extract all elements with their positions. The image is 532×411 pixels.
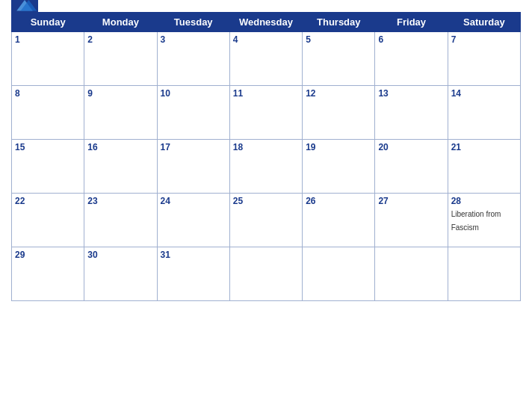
calendar-cell: 4 — [229, 32, 302, 86]
day-number: 8 — [15, 88, 81, 99]
event-label: Liberation from Fascism — [451, 210, 501, 232]
calendar-cell: 1 — [12, 32, 84, 86]
day-number: 23 — [87, 196, 153, 206]
calendar-table: SundayMondayTuesdayWednesdayThursdayFrid… — [11, 12, 521, 301]
calendar-cell: 24 — [157, 194, 229, 247]
day-number: 21 — [451, 142, 517, 152]
day-number: 16 — [87, 142, 153, 152]
calendar-cell — [375, 247, 448, 301]
calendar-cell: 10 — [157, 86, 229, 140]
calendar-cell: 8 — [12, 86, 84, 140]
day-number: 6 — [378, 34, 444, 45]
calendar-week-4: 22232425262728Liberation from Fascism — [12, 194, 521, 247]
day-number: 2 — [87, 34, 153, 45]
day-number: 22 — [15, 196, 81, 206]
weekday-friday: Friday — [375, 13, 448, 32]
day-number: 29 — [15, 250, 81, 260]
calendar-cell: 14 — [448, 86, 520, 140]
day-number: 25 — [233, 196, 299, 206]
calendar-cell: 9 — [84, 86, 157, 140]
calendar-cell: 27 — [375, 194, 448, 247]
calendar-cell: 5 — [303, 32, 375, 86]
day-number: 15 — [15, 142, 81, 152]
calendar-cell: 17 — [157, 140, 229, 194]
calendar-cell: 15 — [12, 140, 84, 194]
day-number: 13 — [378, 88, 444, 99]
calendar-cell: 29 — [12, 247, 84, 301]
day-number: 9 — [87, 88, 153, 99]
calendar-cell: 19 — [303, 140, 375, 194]
day-number: 17 — [161, 142, 226, 152]
calendar-wrapper: SundayMondayTuesdayWednesdayThursdayFrid… — [0, 0, 532, 411]
day-number: 19 — [306, 142, 371, 152]
calendar-cell: 6 — [375, 32, 448, 86]
calendar-cell: 28Liberation from Fascism — [448, 194, 520, 247]
calendar-cell: 22 — [12, 194, 84, 247]
day-number: 20 — [378, 142, 444, 152]
day-number: 18 — [233, 142, 299, 152]
calendar-week-2: 891011121314 — [12, 86, 521, 140]
calendar-cell — [303, 247, 375, 301]
calendar-cell: 21 — [448, 140, 520, 194]
day-number: 27 — [378, 196, 444, 206]
calendar-cell: 18 — [229, 140, 302, 194]
weekday-header-row: SundayMondayTuesdayWednesdayThursdayFrid… — [12, 13, 521, 32]
day-number: 31 — [161, 250, 226, 260]
calendar-cell: 2 — [84, 32, 157, 86]
day-number: 28 — [451, 196, 517, 206]
day-number: 11 — [233, 88, 299, 99]
calendar-week-1: 1234567 — [12, 32, 521, 86]
calendar-cell: 26 — [303, 194, 375, 247]
calendar-cell: 11 — [229, 86, 302, 140]
weekday-wednesday: Wednesday — [229, 13, 302, 32]
weekday-saturday: Saturday — [448, 13, 520, 32]
calendar-cell: 7 — [448, 32, 520, 86]
calendar-cell: 23 — [84, 194, 157, 247]
weekday-tuesday: Tuesday — [157, 13, 229, 32]
calendar-cell: 31 — [157, 247, 229, 301]
day-number: 24 — [161, 196, 226, 206]
calendar-cell: 12 — [303, 86, 375, 140]
day-number: 10 — [161, 88, 226, 99]
day-number: 14 — [451, 88, 517, 99]
day-number: 7 — [451, 34, 517, 45]
calendar-cell: 25 — [229, 194, 302, 247]
calendar-cell: 30 — [84, 247, 157, 301]
calendar-cell — [448, 247, 520, 301]
day-number: 3 — [161, 34, 226, 45]
day-number: 30 — [87, 250, 153, 260]
calendar-week-3: 15161718192021 — [12, 140, 521, 194]
weekday-monday: Monday — [84, 13, 157, 32]
calendar-cell: 16 — [84, 140, 157, 194]
calendar-cell — [229, 247, 302, 301]
day-number: 4 — [233, 34, 299, 45]
calendar-cell: 3 — [157, 32, 229, 86]
calendar-cell: 13 — [375, 86, 448, 140]
day-number: 5 — [306, 34, 371, 45]
calendar-cell: 20 — [375, 140, 448, 194]
weekday-thursday: Thursday — [303, 13, 375, 32]
day-number: 1 — [15, 34, 81, 45]
day-number: 26 — [306, 196, 371, 206]
calendar-week-5: 293031 — [12, 247, 521, 301]
logo-icon — [11, 0, 38, 18]
logo — [11, 0, 38, 18]
day-number: 12 — [306, 88, 371, 99]
